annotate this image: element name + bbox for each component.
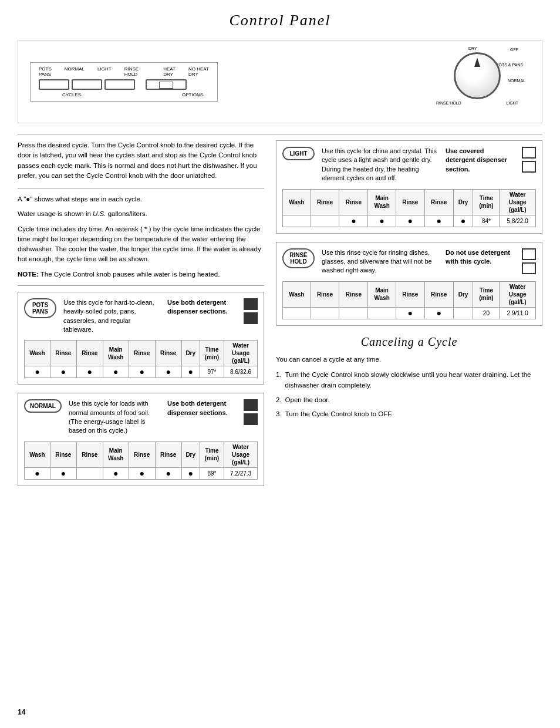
normal-desc: Use this cycle for loads with normal amo… [69, 399, 160, 436]
panel-buttons [39, 79, 209, 90]
cell-dry: ● [181, 366, 200, 378]
cell-wash: ● [25, 366, 50, 378]
col-main-wash: MainWash [103, 341, 129, 366]
col-dry: Dry [453, 281, 473, 307]
cell-rinse3: ● [396, 307, 424, 319]
note-bold-text: NOTE: The Cycle Control knob pauses whil… [18, 269, 264, 279]
knob-label-pots: POTS & PANS [496, 63, 523, 67]
pots-pans-card: POTSPANS Use this cycle for hard-to-clea… [18, 292, 264, 385]
step-num-3: 3. [276, 409, 282, 419]
pots-pans-badge: POTSPANS [24, 298, 56, 318]
cell-rinse2: ● [339, 215, 368, 227]
cell-rinse1: ● [50, 467, 76, 479]
label-rinse-hold: RINSEHOLD [124, 66, 139, 77]
col-dry: Dry [181, 441, 200, 467]
label-pots-pans: POTSPANS [39, 66, 52, 77]
intro-paragraph: Press the desired cycle. Turn the Cycle … [18, 140, 264, 181]
cell-dry: ● [181, 467, 200, 479]
options-label: OPTIONS [182, 92, 203, 97]
cell-rinse3: ● [396, 215, 424, 227]
cell-rinse4: ● [424, 215, 453, 227]
panel-right-knob: DRY OFF POTS & PANS NORMAL LIGHT RINSE H… [424, 46, 530, 117]
canceling-title: Canceling a Cycle [276, 335, 542, 349]
light-header: LIGHT Use this cycle for china and cryst… [282, 147, 536, 183]
col-rinse3: Rinse [129, 441, 155, 467]
label-no-heat-dry: NO HEATDRY [188, 66, 209, 77]
cycle-btn-1 [39, 79, 69, 90]
col-rinse3: Rinse [396, 281, 424, 307]
normal-dispenser [244, 399, 258, 425]
right-column: LIGHT Use this cycle for china and cryst… [276, 140, 542, 494]
panel-top-labels: POTSPANS NORMAL LIGHT RINSEHOLD HEATDRY … [39, 66, 209, 77]
pots-pans-row: ● ● ● ● ● ● ● 97* 8.6/32.6 [25, 366, 258, 378]
col-rinse2: Rinse [76, 341, 103, 366]
col-rinse4: Rinse [155, 341, 181, 366]
cell-dry [453, 307, 473, 319]
col-rinse1: Rinse [311, 281, 339, 307]
cancel-intro: You can cancel a cycle at any time. [276, 355, 542, 365]
col-time: Time(min) [473, 281, 500, 307]
rinse-hold-desc: Use this rinse cycle for rinsing dishes,… [322, 248, 438, 275]
divider-1 [18, 134, 542, 134]
cell-rinse2 [76, 467, 103, 479]
normal-card: NORMAL Use this cycle for loads with nor… [18, 393, 264, 486]
panel-left: POTSPANS NORMAL LIGHT RINSEHOLD HEATDRY … [30, 62, 218, 102]
col-main-wash: MainWash [103, 441, 129, 467]
col-rinse2: Rinse [76, 441, 103, 467]
cell-water: 7.2/27.3 [224, 467, 258, 479]
col-time: Time(min) [473, 189, 500, 215]
disp-sq-top [244, 298, 258, 310]
cell-time: 89* [200, 467, 224, 479]
col-dry: Dry [453, 189, 473, 215]
knob-label-normal: NORMAL [508, 79, 525, 83]
step-text-2: Open the door. [285, 395, 330, 405]
label-light: LIGHT [97, 66, 112, 77]
col-rinse1: Rinse [311, 189, 339, 215]
rinse-hold-row: ● ● 20 2.9/11.0 [283, 307, 536, 319]
disp-sq-top-empty [522, 147, 536, 159]
pots-pans-table: Wash Rinse Rinse MainWash Rinse Rinse Dr… [24, 340, 258, 378]
col-main-wash: MainWash [368, 281, 396, 307]
disp-sq-bottom [244, 312, 258, 324]
cell-wash [283, 307, 311, 319]
divider-2 [18, 188, 264, 188]
rinse-hold-use: Do not use detergent with this cycle. [446, 248, 510, 267]
col-rinse1: Rinse [50, 341, 76, 366]
light-desc: Use this cycle for china and crystal. Th… [322, 147, 438, 183]
col-rinse3: Rinse [129, 341, 155, 366]
control-panel-diagram: POTSPANS NORMAL LIGHT RINSEHOLD HEATDRY … [18, 40, 542, 123]
light-table: Wash Rinse Rinse MainWash Rinse Rinse Dr… [282, 189, 536, 227]
divider-3 [18, 285, 264, 286]
knob-label-rinse: RINSE HOLD [436, 101, 461, 105]
cell-wash: ● [25, 467, 50, 479]
knob-diagram: DRY OFF POTS & PANS NORMAL LIGHT RINSE H… [436, 46, 518, 105]
cell-main-wash: ● [103, 467, 129, 479]
panel-section-labels: CYCLES OPTIONS [39, 92, 209, 97]
col-rinse4: Rinse [155, 441, 181, 467]
cancel-step-3: 3. Turn the Cycle Control knob to OFF. [276, 409, 542, 419]
bullet-note: A "●" shows what steps are in each cycle… [18, 194, 264, 204]
col-rinse2: Rinse [339, 281, 368, 307]
rinse-hold-badge: RINSEHOLD [282, 248, 315, 268]
note-bold: NOTE: [18, 271, 39, 278]
rinse-hold-header: RINSEHOLD Use this rinse cycle for rinsi… [282, 248, 536, 275]
note-text: The Cycle Control knob pauses while wate… [41, 271, 220, 278]
cell-rinse3: ● [129, 366, 155, 378]
rinse-hold-table: Wash Rinse Rinse MainWash Rinse Rinse Dr… [282, 281, 536, 319]
cell-rinse1 [311, 307, 339, 319]
col-water: WaterUsage(gal/L) [500, 281, 536, 307]
label-heat-dry: HEATDRY [163, 66, 176, 77]
col-water: WaterUsage(gal/L) [224, 441, 258, 467]
cycle-time-note: Cycle time includes dry time. An asteris… [18, 224, 264, 265]
pots-pans-header: POTSPANS Use this cycle for hard-to-clea… [24, 298, 258, 335]
disp-empty-2 [522, 262, 536, 274]
col-wash: Wash [25, 341, 50, 366]
cancel-steps: 1. Turn the Cycle Control knob slowly cl… [276, 369, 542, 420]
step-text-3: Turn the Cycle Control knob to OFF. [285, 409, 393, 419]
cell-water: 8.6/32.6 [224, 366, 258, 378]
cell-rinse2: ● [76, 366, 103, 378]
cell-time: 84* [473, 215, 500, 227]
cell-main-wash [368, 307, 396, 319]
cell-rinse4: ● [155, 467, 181, 479]
cell-rinse4: ● [155, 366, 181, 378]
